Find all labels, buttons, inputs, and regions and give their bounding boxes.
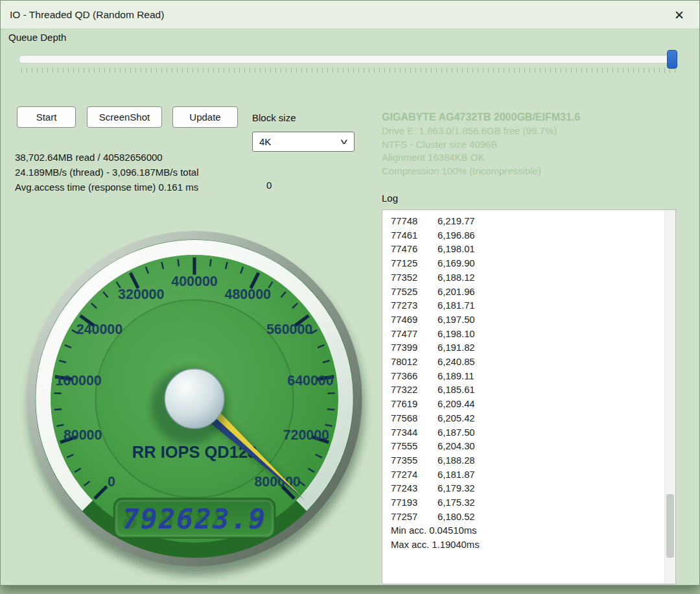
iops-gauge: 0800001600002400003200004000004800005600…	[10, 220, 379, 593]
drive-space: Drive E: 1,863.0/1,856.6GB free (99.7%)	[382, 125, 580, 138]
log-listbox[interactable]: 777486,219.77774616,196.86774766,198.017…	[382, 209, 676, 584]
log-row[interactable]: 773996,191.82	[391, 341, 664, 355]
lcd-value: 792623.9	[122, 503, 266, 535]
queue-depth-slider-track[interactable]	[19, 55, 679, 64]
log-rate: 6,205.42	[438, 412, 475, 426]
queue-depth-slider-thumb[interactable]	[667, 50, 677, 69]
log-rate: 6,185.61	[438, 383, 475, 398]
app-window: IO - Threaded QD (Random Read) ✕ Queue D…	[0, 0, 700, 586]
log-row[interactable]: 771256,169.90	[391, 257, 664, 271]
log-rate: 6,204.30	[438, 440, 475, 454]
log-iops: 77125	[391, 257, 438, 271]
log-row[interactable]: 773526,188.12	[391, 271, 664, 285]
stat-access-time: Avg.access time (response time) 0.161 ms	[15, 180, 198, 195]
log-row[interactable]: 775686,205.42	[391, 412, 664, 426]
drive-compression: Compression 100% (Incompressible)	[382, 165, 580, 178]
log-row[interactable]: 773556,188.28	[391, 454, 664, 468]
log-row[interactable]: 772736,181.71	[391, 299, 664, 313]
slider-ticks	[21, 68, 676, 73]
log-rate: 6,181.71	[438, 299, 475, 313]
block-size-label: Block size	[252, 112, 296, 123]
block-size-value: 4K	[259, 136, 271, 147]
gauge-hub	[165, 369, 224, 429]
log-iops: 77568	[391, 412, 438, 426]
block-size-select[interactable]: 4K ∨	[252, 132, 355, 152]
log-rate: 6,219.77	[438, 215, 475, 229]
log-rate: 6,188.28	[438, 454, 475, 468]
window-title: IO - Threaded QD (Random Read)	[10, 1, 164, 29]
log-row[interactable]: 772576,180.52	[391, 510, 664, 525]
stat-speed: 24.189MB/s (thread) - 3,096.187MB/s tota…	[15, 165, 198, 180]
log-iops: 77476	[391, 243, 438, 257]
svg-text:560000: 560000	[266, 322, 312, 337]
drive-filesystem: NTFS - Cluster size 4096B	[382, 138, 580, 152]
log-rate: 6,189.11	[438, 370, 474, 384]
log-rate: 6,179.32	[438, 482, 475, 496]
log-rate: 6,175.32	[438, 496, 475, 510]
screenshot-button[interactable]: ScreenShot	[87, 106, 162, 128]
log-scrollbar-thumb[interactable]	[666, 494, 674, 558]
log-rate: 6,188.12	[438, 271, 475, 285]
log-iops: 77748	[391, 215, 438, 229]
log-rate: 6,240.85	[438, 355, 475, 370]
log-footer: Min acc. 0.04510ms	[391, 524, 664, 538]
log-iops: 77399	[391, 341, 438, 355]
svg-text:80000: 80000	[64, 427, 102, 443]
log-iops: 77461	[391, 229, 438, 243]
chevron-down-icon: ∨	[339, 137, 349, 146]
log-iops: 77352	[391, 271, 438, 285]
log-iops: 77344	[391, 426, 438, 440]
update-button[interactable]: Update	[172, 106, 238, 128]
log-rate: 6,187.50	[438, 426, 475, 440]
log-row[interactable]: 774616,196.86	[391, 229, 664, 243]
log-row[interactable]: 773226,185.61	[391, 383, 664, 398]
log-iops: 77525	[391, 285, 438, 300]
log-rate: 6,198.01	[438, 243, 475, 257]
log-list: 777486,219.77774616,196.86774766,198.017…	[382, 210, 664, 552]
log-iops: 77243	[391, 482, 438, 496]
log-row[interactable]: 773666,189.11	[391, 370, 664, 384]
gauge-svg: 0800001600002400003200004000004800005600…	[10, 220, 379, 591]
log-row[interactable]: 780126,240.85	[391, 355, 664, 370]
log-scrollbar[interactable]	[664, 210, 675, 584]
log-row[interactable]: 776196,209.44	[391, 398, 664, 412]
queue-depth-label: Queue Depth	[8, 32, 66, 43]
log-row[interactable]: 771936,175.32	[391, 496, 664, 510]
log-row[interactable]: 774696,197.50	[391, 313, 664, 327]
log-rate: 6,181.87	[438, 468, 475, 482]
titlebar[interactable]: IO - Threaded QD (Random Read) ✕	[1, 1, 699, 29]
log-row[interactable]: 772746,181.87	[391, 468, 664, 482]
log-row[interactable]: 775556,204.30	[391, 440, 664, 454]
log-footer: Max acc. 1.19040ms	[391, 538, 664, 552]
svg-text:320000: 320000	[118, 287, 164, 302]
log-iops: 77193	[391, 496, 438, 510]
log-iops: 77322	[391, 383, 438, 398]
drive-model: GIGABYTE AG4732TB 2000GB/EIFM31.6	[382, 110, 580, 125]
log-rate: 6,180.52	[438, 510, 475, 525]
log-iops: 77555	[391, 440, 438, 454]
svg-text:240000: 240000	[76, 322, 122, 337]
log-iops: 77257	[391, 510, 438, 525]
log-row[interactable]: 777486,219.77	[391, 215, 664, 229]
log-row[interactable]: 772436,179.32	[391, 482, 664, 496]
log-iops: 77355	[391, 454, 438, 468]
close-icon[interactable]: ✕	[664, 1, 694, 29]
log-row[interactable]: 774766,198.01	[391, 243, 664, 257]
log-rate: 6,198.10	[438, 327, 475, 342]
svg-text:0: 0	[108, 474, 115, 490]
log-row[interactable]: 774776,198.10	[391, 327, 664, 342]
log-iops: 77273	[391, 299, 438, 313]
start-button[interactable]: Start	[17, 106, 76, 128]
log-iops: 77274	[391, 468, 438, 482]
log-iops: 78012	[391, 355, 438, 370]
log-row[interactable]: 773446,187.50	[391, 426, 664, 440]
log-rate: 6,209.44	[438, 398, 475, 412]
counter-value: 0	[266, 180, 272, 191]
log-iops: 77477	[391, 327, 438, 342]
svg-text:720000: 720000	[283, 427, 329, 443]
log-rate: 6,191.82	[438, 341, 475, 355]
stat-read: 38,702.64MB read / 40582656000	[15, 150, 198, 165]
log-row[interactable]: 775256,201.96	[391, 285, 664, 300]
drive-alignment: Alignment 16384KB OK	[382, 151, 580, 165]
log-rate: 6,201.96	[438, 285, 475, 300]
